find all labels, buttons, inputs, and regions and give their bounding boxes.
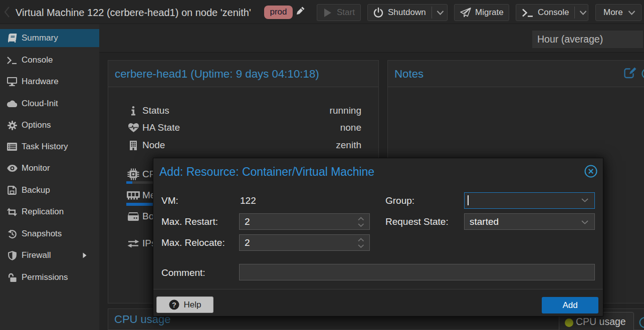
svg-text:?: ? <box>172 301 176 309</box>
